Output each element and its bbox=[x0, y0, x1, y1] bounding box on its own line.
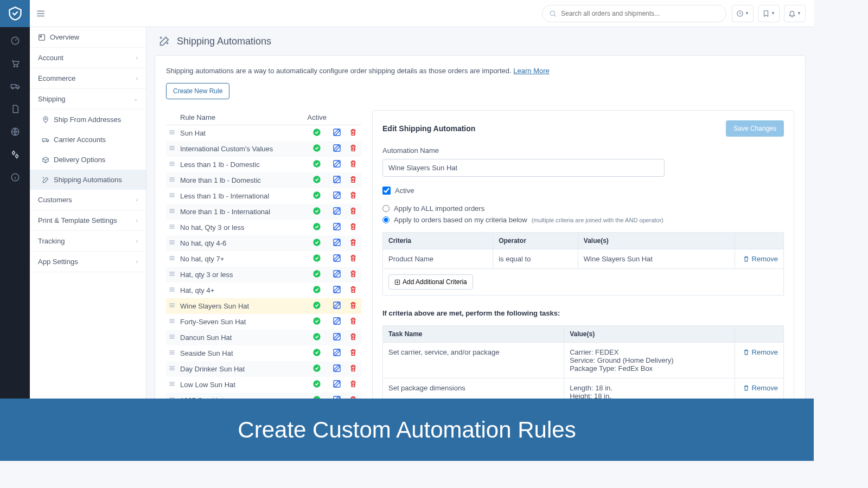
delete-icon[interactable] bbox=[349, 238, 358, 247]
remove-link[interactable]: Remove bbox=[741, 255, 778, 263]
edit-icon[interactable] bbox=[333, 285, 341, 294]
edit-icon[interactable] bbox=[333, 317, 341, 325]
active-checkbox[interactable] bbox=[382, 187, 391, 195]
drag-icon[interactable] bbox=[168, 160, 176, 168]
delete-icon[interactable] bbox=[349, 285, 358, 294]
rule-row[interactable]: Sun Hat bbox=[166, 125, 361, 142]
menu-toggle[interactable] bbox=[30, 9, 52, 18]
sidebar-overview[interactable]: Overview bbox=[30, 27, 146, 48]
edit-icon[interactable] bbox=[333, 238, 341, 247]
add-criteria-button[interactable]: Add Additional Criteria bbox=[388, 274, 473, 290]
delete-icon[interactable] bbox=[349, 348, 358, 357]
sidebar-item-customers[interactable]: Customers› bbox=[30, 190, 146, 210]
nav-shipping-icon[interactable] bbox=[10, 81, 21, 92]
rule-row[interactable]: More than 1 lb - Domestic bbox=[166, 172, 361, 188]
rule-row[interactable]: Dancun Sun Hat bbox=[166, 330, 361, 345]
sidebar-sub-carrier-accounts[interactable]: Carrier Accounts bbox=[30, 130, 146, 150]
edit-icon[interactable] bbox=[333, 364, 341, 373]
edit-icon[interactable] bbox=[333, 144, 341, 152]
notifications-menu[interactable]: ▼ bbox=[784, 5, 806, 22]
delete-icon[interactable] bbox=[349, 222, 358, 231]
delete-icon[interactable] bbox=[349, 207, 358, 215]
rule-row[interactable]: No hat, qty 7+ bbox=[166, 251, 361, 267]
drag-icon[interactable] bbox=[168, 191, 176, 199]
delete-icon[interactable] bbox=[349, 301, 358, 310]
drag-icon[interactable] bbox=[168, 207, 176, 215]
drag-icon[interactable] bbox=[168, 364, 176, 372]
delete-icon[interactable] bbox=[349, 175, 358, 184]
apply-all-radio[interactable] bbox=[382, 205, 390, 212]
delete-icon[interactable] bbox=[349, 254, 358, 262]
sidebar-sub-delivery-options[interactable]: Delivery Options bbox=[30, 150, 146, 170]
drag-icon[interactable] bbox=[168, 301, 176, 309]
rule-row[interactable]: No hat, qty 4-6 bbox=[166, 235, 361, 251]
edit-icon[interactable] bbox=[333, 332, 341, 341]
rule-row[interactable]: Hat, qty 4+ bbox=[166, 282, 361, 298]
drag-icon[interactable] bbox=[168, 270, 176, 278]
app-logo[interactable] bbox=[0, 0, 30, 27]
drag-icon[interactable] bbox=[168, 333, 176, 341]
drag-icon[interactable] bbox=[168, 254, 176, 262]
automation-name-input[interactable] bbox=[382, 159, 665, 177]
rule-row[interactable]: Forty-Seven Sun Hat bbox=[166, 314, 361, 330]
rule-row[interactable]: Wine Slayers Sun Hat bbox=[166, 298, 361, 314]
rule-row[interactable]: No hat, Qty 3 or less bbox=[166, 220, 361, 235]
delete-icon[interactable] bbox=[349, 159, 358, 168]
sidebar-item-shipping[interactable]: Shipping⌄ bbox=[30, 89, 146, 110]
edit-icon[interactable] bbox=[333, 175, 341, 184]
rule-row[interactable]: Low Low Sun Hat bbox=[166, 377, 361, 393]
sidebar-sub-shipping-automations[interactable]: Shipping Automations bbox=[30, 170, 146, 190]
rule-row[interactable]: Seaside Sun Hat bbox=[166, 345, 361, 361]
rule-row[interactable]: More than 1 lb - International bbox=[166, 204, 361, 220]
bookmark-menu[interactable]: ▼ bbox=[758, 5, 780, 22]
drag-icon[interactable] bbox=[168, 239, 176, 246]
delete-icon[interactable] bbox=[349, 380, 358, 388]
nav-settings-icon[interactable] bbox=[10, 149, 21, 160]
delete-icon[interactable] bbox=[349, 332, 358, 341]
edit-icon[interactable] bbox=[333, 380, 341, 388]
drag-icon[interactable] bbox=[168, 129, 176, 136]
edit-icon[interactable] bbox=[333, 269, 341, 278]
drag-icon[interactable] bbox=[168, 286, 176, 293]
delete-icon[interactable] bbox=[349, 364, 358, 373]
sidebar-sub-ship-from-addresses[interactable]: Ship From Addresses bbox=[30, 110, 146, 130]
edit-icon[interactable] bbox=[333, 301, 341, 310]
drag-icon[interactable] bbox=[168, 144, 176, 152]
nav-info-icon[interactable] bbox=[10, 172, 21, 183]
rule-row[interactable]: Hat, qty 3 or less bbox=[166, 267, 361, 282]
drag-icon[interactable] bbox=[168, 380, 176, 388]
sidebar-item-app-settings[interactable]: App Settings› bbox=[30, 252, 146, 272]
sidebar-item-account[interactable]: Account› bbox=[30, 48, 146, 68]
rule-row[interactable]: Less than 1 lb - Domestic bbox=[166, 157, 361, 172]
delete-icon[interactable] bbox=[349, 144, 358, 152]
edit-icon[interactable] bbox=[333, 207, 341, 215]
timer-menu[interactable]: ▼ bbox=[732, 5, 754, 22]
edit-icon[interactable] bbox=[333, 222, 341, 231]
save-button[interactable]: Save Changes bbox=[726, 120, 784, 137]
drag-icon[interactable] bbox=[168, 317, 176, 325]
delete-icon[interactable] bbox=[349, 269, 358, 278]
rule-row[interactable]: Day Drinker Sun Hat bbox=[166, 361, 361, 377]
rule-row[interactable]: Less than 1 lb - International bbox=[166, 188, 361, 204]
sidebar-item-print-template-settings[interactable]: Print & Template Settings› bbox=[30, 210, 146, 231]
apply-criteria-radio[interactable] bbox=[382, 216, 390, 223]
delete-icon[interactable] bbox=[349, 317, 358, 325]
sidebar-item-ecommerce[interactable]: Ecommerce› bbox=[30, 68, 146, 89]
rule-row[interactable]: International Custom's Values bbox=[166, 141, 361, 157]
nav-document-icon[interactable] bbox=[10, 104, 21, 114]
learn-more-link[interactable]: Learn More bbox=[513, 67, 549, 75]
edit-icon[interactable] bbox=[333, 191, 341, 200]
delete-icon[interactable] bbox=[349, 128, 358, 137]
nav-dashboard-icon[interactable] bbox=[10, 35, 21, 46]
delete-icon[interactable] bbox=[349, 191, 358, 200]
drag-icon[interactable] bbox=[168, 349, 176, 356]
nav-cart-icon[interactable] bbox=[10, 58, 21, 69]
edit-icon[interactable] bbox=[333, 254, 341, 262]
search-input[interactable] bbox=[561, 10, 719, 17]
sidebar-item-tracking[interactable]: Tracking› bbox=[30, 231, 146, 252]
edit-icon[interactable] bbox=[333, 128, 341, 137]
drag-icon[interactable] bbox=[168, 223, 176, 230]
global-search[interactable] bbox=[542, 5, 726, 22]
nav-globe-icon[interactable] bbox=[10, 126, 21, 137]
drag-icon[interactable] bbox=[168, 176, 176, 183]
